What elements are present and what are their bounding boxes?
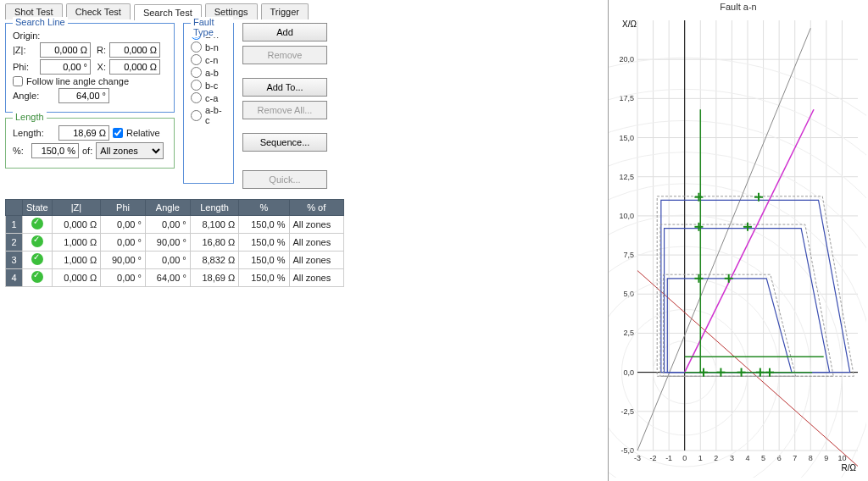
quick-button[interactable]: Quick...: [242, 170, 327, 189]
phi-label: Phi:: [13, 62, 36, 72]
svg-marker-67: [657, 196, 854, 376]
fault-type-legend: Fault Type: [191, 17, 233, 37]
of-label: of:: [82, 146, 92, 156]
fault-b-n[interactable]: b-n: [191, 41, 226, 53]
svg-text:0: 0: [682, 454, 687, 462]
angle-label: Angle:: [13, 91, 55, 101]
svg-text:15,0: 15,0: [619, 134, 634, 142]
svg-text:-1: -1: [665, 454, 672, 462]
impedance-chart: -3-2-1012345678910-5,0-2,50,02,55,07,510…: [609, 14, 866, 478]
button-column: Add Remove Add To... Remove All... Seque…: [242, 23, 327, 189]
svg-text:1: 1: [698, 454, 703, 462]
angle-input[interactable]: [58, 88, 109, 103]
search-line-legend: Search Line: [13, 17, 68, 27]
table-row[interactable]: 3 1,000 Ω90,00 °0,00 °8,832 Ω150,0 %All …: [6, 252, 344, 269]
table-row[interactable]: 1 0,000 Ω0,00 °0,00 °8,100 Ω150,0 %All z…: [6, 216, 344, 234]
pct-input[interactable]: [31, 143, 79, 158]
fault-a-b[interactable]: a-b: [191, 67, 226, 78]
results-table: State |Z| Phi Angle Length % % of 1 0,00…: [5, 199, 344, 287]
fault-c-a[interactable]: c-a: [191, 92, 226, 103]
z-input[interactable]: [40, 42, 91, 58]
svg-text:9: 9: [824, 454, 828, 462]
r-label: R:: [94, 45, 106, 55]
z-label: |Z|:: [13, 45, 36, 55]
th-length: Length: [190, 200, 238, 216]
fault-b-c[interactable]: b-c: [191, 80, 226, 91]
svg-text:X/Ω: X/Ω: [622, 19, 637, 29]
results-table-wrap: State |Z| Phi Angle Length % % of 1 0,00…: [5, 199, 603, 287]
relative-checkbox[interactable]: [113, 128, 123, 138]
chart-title: Fault a-n: [609, 0, 868, 14]
svg-text:2,5: 2,5: [623, 329, 634, 337]
relative-label: Relative: [126, 128, 160, 138]
svg-text:8: 8: [809, 454, 813, 462]
svg-text:0,0: 0,0: [623, 368, 634, 377]
check-icon: [31, 271, 43, 283]
svg-marker-66: [661, 200, 850, 372]
pct-label: %:: [13, 146, 28, 156]
svg-marker-68: [665, 229, 830, 373]
length-label: Length:: [13, 128, 55, 138]
x-label: X:: [94, 62, 106, 72]
check-icon: [31, 253, 43, 265]
length-input[interactable]: [58, 125, 109, 141]
fault-a-b-c[interactable]: a-b-c: [191, 105, 226, 125]
svg-marker-71: [664, 274, 796, 376]
origin-label: Origin:: [13, 30, 40, 41]
svg-marker-69: [660, 224, 833, 376]
th-pctof: % of: [289, 200, 343, 216]
follow-label: Follow line angle change: [26, 76, 129, 86]
th-z: |Z|: [52, 200, 100, 216]
svg-text:4: 4: [745, 454, 749, 462]
x-input[interactable]: [109, 59, 160, 75]
of-select[interactable]: All zones: [96, 142, 164, 159]
add-button[interactable]: Add: [242, 23, 327, 41]
svg-text:R/Ω: R/Ω: [842, 463, 857, 473]
check-icon: [31, 235, 43, 247]
follow-checkbox[interactable]: [13, 76, 23, 86]
th-angle: Angle: [145, 200, 190, 216]
svg-text:-2,5: -2,5: [620, 407, 634, 416]
svg-line-65: [637, 28, 810, 451]
th-state: State: [23, 200, 53, 216]
svg-point-59: [609, 58, 866, 478]
check-icon: [31, 218, 43, 229]
svg-text:7: 7: [793, 454, 797, 462]
svg-point-57: [609, 120, 866, 478]
tab-trigger[interactable]: Trigger: [261, 3, 309, 19]
svg-marker-70: [667, 279, 792, 373]
r-input[interactable]: [109, 42, 160, 58]
svg-point-54: [609, 215, 842, 478]
svg-text:5: 5: [761, 454, 765, 462]
fault-type-group: Fault Type a-n b-n c-n a-b b-c c-a a-b-c: [183, 23, 234, 184]
search-line-group: Search Line Origin: |Z|: R: Phi: X:: [5, 23, 175, 113]
add-to-button[interactable]: Add To...: [242, 78, 327, 97]
tab-check-test[interactable]: Check Test: [66, 3, 131, 19]
th-phi: Phi: [101, 200, 146, 216]
svg-point-56: [609, 152, 866, 478]
remove-button[interactable]: Remove: [242, 46, 327, 64]
table-row[interactable]: 4 0,000 Ω0,00 °64,00 °18,69 Ω150,0 %All …: [6, 269, 344, 287]
svg-point-58: [609, 89, 866, 478]
svg-text:10,0: 10,0: [619, 212, 634, 220]
remove-all-button[interactable]: Remove All...: [242, 101, 327, 119]
svg-text:12,5: 12,5: [619, 173, 634, 181]
table-row[interactable]: 2 1,000 Ω0,00 °90,00 °16,80 Ω150,0 %All …: [6, 234, 344, 252]
length-legend: Length: [13, 112, 47, 122]
sequence-button[interactable]: Sequence...: [242, 133, 327, 152]
length-group: Length Length: Relative %: of: All zones: [5, 118, 175, 169]
fault-c-n[interactable]: c-n: [191, 54, 226, 65]
phi-input[interactable]: [40, 59, 91, 75]
th-pct: %: [239, 200, 289, 216]
tab-bar: Shot Test Check Test Search Test Setting…: [5, 3, 603, 19]
